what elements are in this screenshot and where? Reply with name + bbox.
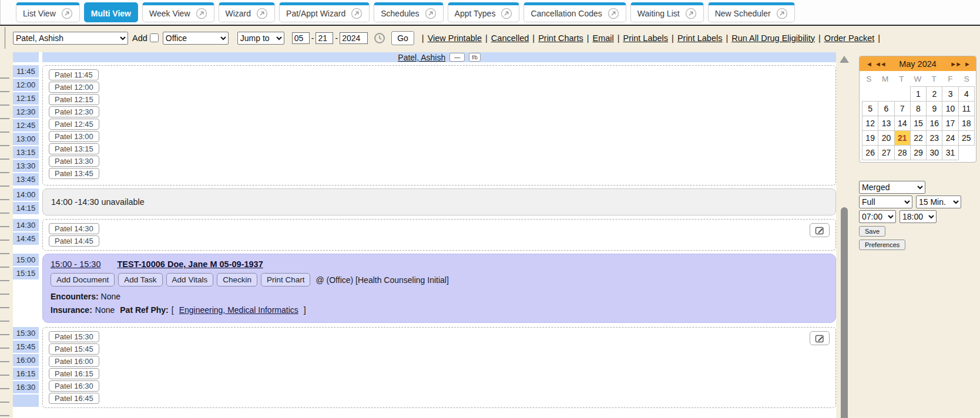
toolbar-link[interactable]: Print Charts	[538, 33, 583, 43]
view-mode-select[interactable]: Merged	[859, 181, 925, 194]
tab[interactable]: Wizard	[219, 2, 276, 22]
fb-button[interactable]: f/b	[469, 53, 480, 62]
toolbar-link[interactable]: View Printable	[428, 33, 482, 43]
end-time-select[interactable]: 18:00	[900, 210, 937, 223]
calendar-day-cell[interactable]: 4	[958, 86, 975, 102]
open-slot-button[interactable]: Patel 15:30	[49, 331, 99, 342]
detach-tab-icon[interactable]	[196, 8, 207, 19]
calendar-day-cell[interactable]: 16	[926, 116, 942, 131]
appointment-action-button[interactable]: Checkin	[217, 273, 257, 286]
toolbar-link[interactable]: Email	[592, 33, 613, 43]
appointment-patient-link[interactable]: TEST-10006 Doe, Jane M 05-09-1937	[117, 259, 263, 269]
clock-icon[interactable]	[374, 32, 385, 44]
open-slot-button[interactable]: Patel 16:00	[49, 356, 99, 367]
open-slot-button[interactable]: Patel 15:45	[49, 343, 99, 355]
next-year-icon[interactable]: ►►	[948, 60, 962, 68]
calendar-day-cell[interactable]	[878, 86, 894, 102]
prev-month-icon[interactable]: ◄	[864, 60, 873, 68]
calendar-day-cell[interactable]: 31	[942, 145, 958, 160]
calendar-day-cell[interactable]: 23	[926, 130, 942, 146]
calendar-day-cell[interactable]: 14	[894, 116, 911, 131]
detach-tab-icon[interactable]	[685, 8, 697, 19]
go-button[interactable]: Go	[391, 31, 414, 45]
calendar-day-cell[interactable]: 1	[910, 86, 927, 102]
referring-physician-link[interactable]: Engineering, Medical Informatics	[179, 305, 298, 315]
interval-select[interactable]: 15 Min.	[916, 195, 961, 208]
appointment-action-button[interactable]: Add Document	[51, 273, 115, 286]
jump-to-select[interactable]: Jump to	[237, 32, 284, 45]
tab[interactable]: New Scheduler	[708, 2, 795, 22]
open-slot-button[interactable]: Patel 13:45	[49, 168, 99, 179]
calendar-day-cell[interactable]: 11	[958, 101, 975, 116]
open-slot-button[interactable]: Patel 11:45	[49, 69, 99, 80]
toolbar-link[interactable]: Run All Drug Eligibility	[731, 33, 815, 43]
tab[interactable]: Appt Types	[448, 2, 520, 22]
open-slot-button[interactable]: Patel 16:30	[49, 380, 99, 392]
edit-availability-button[interactable]	[810, 223, 830, 237]
appointment-action-button[interactable]: Add Vitals	[166, 273, 214, 286]
appointment-action-button[interactable]: Add Task	[118, 273, 162, 286]
scroll-up-arrow-icon[interactable]	[840, 56, 849, 63]
detach-tab-icon[interactable]	[776, 8, 788, 19]
calendar-day-cell[interactable]: 24	[942, 130, 958, 146]
tab[interactable]: Waiting List	[630, 2, 704, 22]
calendar-day-cell[interactable]: 18	[958, 116, 975, 131]
vertical-scrollbar[interactable]	[839, 53, 850, 418]
size-select[interactable]: Full	[859, 195, 912, 208]
provider-select[interactable]: Patel, Ashish	[13, 32, 128, 45]
add-checkbox[interactable]	[150, 33, 159, 42]
provider-header-link[interactable]: Patel, Ashish	[398, 53, 445, 62]
detach-tab-icon[interactable]	[501, 8, 512, 19]
calendar-day-cell[interactable]	[862, 86, 878, 102]
open-slot-button[interactable]: Patel 12:00	[49, 82, 99, 93]
minimize-column-button[interactable]: —	[449, 53, 465, 62]
calendar-day-cell[interactable]: 10	[942, 101, 958, 116]
tab[interactable]: Week View	[142, 2, 214, 22]
tab[interactable]: Schedules	[374, 2, 443, 22]
toolbar-link[interactable]: Order Packet	[824, 33, 874, 43]
detach-tab-icon[interactable]	[256, 8, 268, 19]
calendar-day-cell[interactable]: 28	[894, 145, 911, 160]
calendar-day-cell[interactable]	[958, 145, 975, 160]
detach-tab-icon[interactable]	[351, 8, 363, 19]
detach-tab-icon[interactable]	[608, 8, 619, 19]
tab[interactable]: Cancellation Codes	[523, 2, 626, 22]
calendar-day-cell[interactable]: 3	[942, 86, 958, 102]
calendar-day-cell[interactable]: 20	[878, 130, 894, 146]
open-slot-button[interactable]: Patel 12:45	[49, 119, 99, 130]
calendar-day-cell[interactable]	[894, 86, 911, 102]
tab[interactable]: Pat/Appt Wizard	[279, 2, 370, 22]
open-slot-button[interactable]: Patel 13:30	[49, 156, 99, 167]
detach-tab-icon[interactable]	[425, 8, 437, 19]
date-day-input[interactable]	[316, 32, 333, 44]
calendar-day-cell[interactable]: 5	[862, 101, 878, 116]
preferences-button[interactable]: Preferences	[859, 240, 905, 250]
open-slot-button[interactable]: Patel 16:15	[49, 368, 99, 379]
toolbar-link[interactable]: Print Labels	[623, 33, 669, 43]
next-month-icon[interactable]: ►	[962, 60, 971, 68]
calendar-day-cell[interactable]: 17	[942, 116, 958, 131]
date-year-input[interactable]	[340, 32, 368, 44]
calendar-day-cell[interactable]: 22	[910, 130, 927, 146]
edit-availability-button[interactable]	[810, 331, 830, 345]
calendar-day-cell[interactable]: 7	[894, 101, 911, 116]
open-slot-button[interactable]: Patel 14:30	[49, 223, 99, 234]
prev-year-icon[interactable]: ◄◄	[873, 60, 887, 68]
calendar-day-cell[interactable]: 26	[862, 145, 878, 160]
open-slot-button[interactable]: Patel 13:00	[49, 131, 99, 142]
calendar-day-cell[interactable]: 9	[926, 101, 942, 116]
open-slot-button[interactable]: Patel 13:15	[49, 143, 99, 154]
tab[interactable]: List View	[16, 2, 80, 22]
appointment-time-link[interactable]: 15:00 - 15:30	[51, 259, 100, 269]
open-slot-button[interactable]: Patel 16:45	[49, 393, 99, 404]
open-slot-button[interactable]: Patel 14:45	[49, 235, 99, 247]
calendar-day-cell[interactable]: 12	[862, 116, 878, 131]
calendar-day-cell[interactable]: 2	[926, 86, 942, 102]
calendar-day-cell[interactable]: 29	[910, 145, 927, 160]
calendar-day-cell[interactable]: 13	[878, 116, 894, 131]
detach-tab-icon[interactable]	[61, 8, 73, 19]
calendar-day-cell[interactable]: 15	[910, 116, 927, 131]
date-month-input[interactable]	[292, 32, 310, 44]
calendar-day-cell[interactable]: 25	[958, 130, 975, 146]
calendar-day-cell[interactable]: 30	[926, 145, 942, 160]
